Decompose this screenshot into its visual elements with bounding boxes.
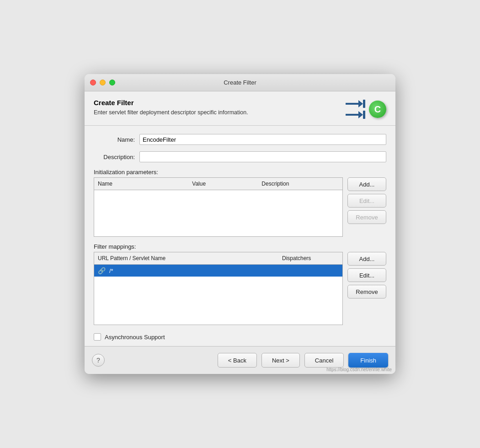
header-subtitle: Enter servlet filter deployment descript… [94, 109, 341, 116]
arrow-top [346, 100, 365, 108]
window-title: Create Filter [224, 79, 256, 86]
c-logo-icon: C [369, 101, 386, 118]
header-section: Create Filter Enter servlet filter deplo… [85, 91, 395, 126]
filter-mappings-table: URL Pattern / Servlet Name Dispatchers 🔗… [94, 252, 343, 325]
async-support-checkbox[interactable] [94, 333, 101, 341]
header-icon-area: C [346, 100, 386, 119]
arrow-head-2 [358, 111, 363, 118]
filter-mappings-label: Filter mappings: [94, 243, 386, 250]
back-button[interactable]: < Back [218, 353, 257, 368]
mapping-add-button[interactable]: Add... [347, 252, 386, 266]
name-row: Name: [94, 134, 386, 145]
titlebar-buttons [90, 80, 115, 85]
watermark: https://blog.csdn.net/ennle.white [326, 367, 392, 372]
filter-mappings-section: Filter mappings: URL Pattern / Servlet N… [94, 243, 386, 325]
filter-mappings-buttons: Add... Edit... Remove [347, 252, 386, 299]
name-label: Name: [94, 136, 135, 143]
arrow-head-1 [358, 100, 363, 107]
init-params-header: Name Value Description [94, 178, 342, 190]
mapping-row-url: /* [109, 267, 113, 274]
mapping-row-empty [94, 277, 342, 322]
name-input[interactable] [139, 134, 386, 145]
mapping-col-url-header: URL Pattern / Servlet Name [94, 254, 278, 262]
arrow-bottom [346, 111, 365, 119]
mapping-row-icon: 🔗 [98, 267, 106, 274]
async-support-label: Asynchronous Support [105, 334, 165, 341]
init-params-table-area: Name Value Description Add... Edit... Re… [94, 177, 386, 237]
init-remove-button[interactable]: Remove [347, 210, 386, 224]
description-label: Description: [94, 154, 135, 160]
titlebar: Create Filter [85, 74, 395, 91]
mapping-remove-button[interactable]: Remove [347, 285, 386, 299]
header-title: Create Filter [94, 99, 341, 107]
description-row: Description: [94, 151, 386, 162]
init-params-body [94, 190, 342, 236]
close-button[interactable] [90, 80, 96, 85]
mapping-row-selected[interactable]: 🔗 /* [94, 265, 342, 277]
init-add-button[interactable]: Add... [347, 177, 386, 191]
arrow-line-2 [346, 114, 358, 116]
minimize-button[interactable] [100, 80, 106, 85]
col-name-header: Name [94, 180, 188, 188]
async-support-row: Asynchronous Support [94, 333, 386, 341]
finish-button[interactable]: Finish [348, 353, 388, 368]
maximize-button[interactable] [109, 80, 115, 85]
init-params-buttons: Add... Edit... Remove [347, 177, 386, 224]
init-params-table: Name Value Description [94, 177, 343, 237]
description-input[interactable] [139, 151, 386, 162]
arrow-line-1 [346, 103, 358, 105]
header-text: Create Filter Enter servlet filter deplo… [94, 99, 341, 116]
content-area: Name: Description: Initialization parame… [85, 126, 395, 346]
cancel-button[interactable]: Cancel [304, 353, 344, 368]
mapping-col-disp-header: Dispatchers [278, 254, 342, 262]
init-params-label: Initialization parameters: [94, 169, 386, 176]
col-value-header: Value [188, 180, 258, 188]
help-button[interactable]: ? [92, 354, 105, 367]
filter-mappings-header: URL Pattern / Servlet Name Dispatchers [94, 252, 342, 265]
init-params-section: Initialization parameters: Name Value De… [94, 169, 386, 237]
col-desc-header: Description [258, 180, 342, 188]
arrow-bar-1 [363, 100, 365, 108]
arrow-bar-2 [363, 111, 365, 119]
mapping-edit-button[interactable]: Edit... [347, 268, 386, 282]
next-button[interactable]: Next > [261, 353, 300, 368]
filter-mappings-table-area: URL Pattern / Servlet Name Dispatchers 🔗… [94, 252, 386, 325]
arrows-icon [346, 100, 365, 119]
init-edit-button[interactable]: Edit... [347, 194, 386, 208]
main-window: Create Filter Create Filter Enter servle… [85, 74, 395, 374]
